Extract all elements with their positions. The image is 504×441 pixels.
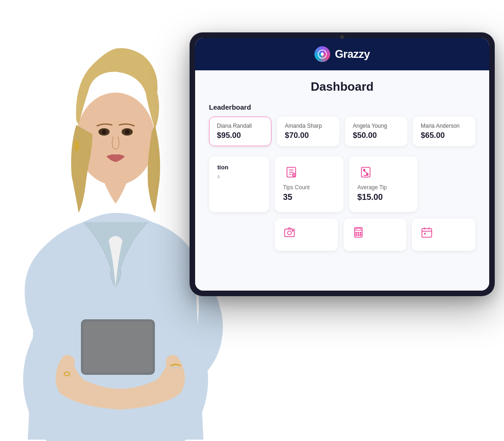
leaderboard-name-1: Amanda Sharp (285, 123, 332, 129)
svg-rect-38 (83, 322, 153, 373)
svg-point-34 (102, 130, 106, 134)
svg-point-20 (358, 232, 359, 233)
tablet-screen: Grazzy Dashboard Leaderboard Diana Randa… (195, 38, 489, 291)
photo-icon (283, 226, 296, 242)
tablet-camera (340, 35, 344, 39)
tips-count-label: Tips Count (283, 184, 335, 191)
leaderboard-label: Leaderboard (209, 103, 475, 111)
svg-point-12 (366, 174, 368, 175)
partial-stat-card: tion s (209, 156, 269, 212)
svg-point-1 (321, 53, 324, 56)
leaderboard-name-3: Maria Anderson (421, 123, 467, 129)
svg-point-21 (360, 232, 361, 233)
partial-content: s (217, 174, 261, 179)
partial-section-label: tion (217, 164, 261, 171)
svg-point-36 (74, 140, 79, 151)
svg-point-24 (360, 235, 361, 236)
dashboard-content: Dashboard Leaderboard Diana Randall $95.… (195, 70, 489, 291)
calculator-icon (352, 226, 365, 242)
spacer-left (209, 218, 269, 251)
average-tip-icon (357, 164, 374, 180)
tips-count-value: 35 (283, 193, 335, 202)
leaderboard-card-2[interactable]: Angela Young $50.00 (345, 117, 407, 146)
leaderboard-amount-3: $65.00 (421, 131, 467, 140)
svg-point-19 (356, 232, 356, 233)
leaderboard-name-0: Diana Randall (217, 123, 264, 129)
svg-point-15 (288, 231, 291, 235)
brand-icon (314, 46, 330, 62)
svg-point-23 (358, 235, 359, 236)
brand-logo: Grazzy (314, 46, 370, 62)
leaderboard-amount-0: $95.00 (217, 131, 264, 140)
average-tip-value: $15.00 (357, 193, 410, 202)
average-tip-label: Average Tip (357, 184, 410, 191)
leaderboard-card-0[interactable]: Diana Randall $95.00 (209, 117, 271, 146)
tips-count-card[interactable]: Tips Count 35 (275, 156, 344, 212)
nav-bar: Grazzy (195, 38, 489, 70)
page-title: Dashboard (209, 80, 475, 94)
brand-name: Grazzy (335, 48, 370, 61)
leaderboard-amount-1: $70.00 (285, 131, 332, 140)
svg-rect-25 (422, 229, 432, 237)
photo-bottom-card[interactable] (275, 218, 338, 251)
calculator-bottom-card[interactable] (344, 218, 407, 251)
svg-point-35 (125, 130, 129, 134)
svg-point-16 (292, 230, 293, 231)
bottom-cards-row (209, 218, 475, 251)
average-tip-card[interactable]: Average Tip $15.00 (349, 156, 418, 212)
leaderboard-amount-2: $50.00 (353, 131, 400, 140)
svg-point-22 (356, 235, 356, 236)
svg-rect-29 (424, 233, 426, 235)
tips-count-icon (283, 164, 300, 180)
tablet-device: Grazzy Dashboard Leaderboard Diana Randa… (190, 32, 495, 296)
leaderboard-card-3[interactable]: Maria Anderson $65.00 (413, 117, 475, 146)
spacer (423, 156, 475, 212)
leaderboard-name-2: Angela Young (353, 123, 400, 129)
calendar-icon (420, 226, 433, 242)
svg-point-11 (363, 169, 365, 171)
calendar-bottom-card[interactable] (412, 218, 475, 251)
leaderboard-row: Diana Randall $95.00 Amanda Sharp $70.00… (209, 117, 475, 146)
leaderboard-card-1[interactable]: Amanda Sharp $70.00 (277, 117, 339, 146)
svg-rect-18 (356, 229, 361, 231)
tablet-frame: Grazzy Dashboard Leaderboard Diana Randa… (190, 32, 495, 296)
